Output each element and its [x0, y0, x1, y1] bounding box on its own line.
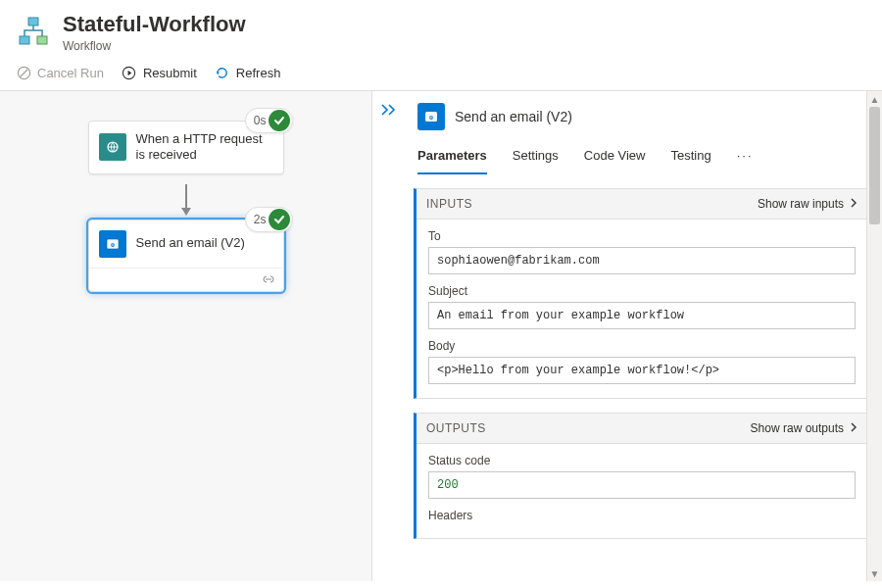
- to-value[interactable]: sophiaowen@fabrikam.com: [428, 247, 856, 274]
- detail-panel: o Send an email (V2) Parameters Settings…: [372, 91, 882, 581]
- outputs-section: OUTPUTS Show raw outputs Status code 200…: [414, 413, 868, 539]
- panel-scrollbar[interactable]: ▲ ▼: [866, 91, 882, 581]
- headers-label: Headers: [428, 509, 856, 522]
- page-title: Stateful-Workflow: [63, 12, 246, 37]
- link-icon: [262, 272, 275, 287]
- status-code-value[interactable]: 200: [428, 471, 856, 499]
- inputs-section: INPUTS Show raw inputs To sophiaowen@fab…: [414, 188, 868, 399]
- outlook-icon: o: [417, 103, 445, 130]
- svg-marker-7: [217, 72, 220, 74]
- outputs-heading: OUTPUTS: [426, 421, 486, 435]
- body-value[interactable]: <p>Hello from your example workflow!</p>: [428, 357, 856, 384]
- subject-value[interactable]: An email from your example workflow: [428, 302, 856, 329]
- scroll-track[interactable]: [867, 107, 882, 565]
- connector-arrow: [185, 184, 187, 214]
- tab-testing[interactable]: Testing: [670, 144, 710, 174]
- collapse-panel-button[interactable]: [372, 91, 406, 581]
- action-bar: Cancel Run Resubmit Refresh: [0, 59, 882, 91]
- action-duration: 2s: [254, 213, 267, 226]
- resubmit-label: Resubmit: [143, 66, 197, 80]
- status-code-label: Status code: [428, 454, 856, 467]
- svg-rect-0: [28, 18, 38, 25]
- action-label: Send an email (V2): [136, 235, 245, 251]
- detail-tabs: Parameters Settings Code View Testing ··…: [414, 144, 868, 174]
- to-label: To: [428, 229, 856, 243]
- action-status-chip: 2s: [245, 207, 293, 232]
- tab-more[interactable]: ···: [737, 144, 754, 174]
- detail-title: Send an email (V2): [455, 109, 572, 124]
- svg-rect-2: [37, 36, 47, 44]
- refresh-label: Refresh: [236, 66, 281, 80]
- send-email-node[interactable]: 2s o Send an email (V2): [88, 220, 284, 292]
- show-raw-inputs-link[interactable]: Show raw inputs: [758, 197, 858, 211]
- show-raw-inputs-label: Show raw inputs: [758, 197, 844, 211]
- resubmit-button[interactable]: Resubmit: [122, 65, 197, 80]
- refresh-icon: [215, 65, 230, 80]
- trigger-node[interactable]: 0s When a HTTP request is received: [88, 121, 284, 174]
- trigger-label: When a HTTP request is received: [136, 131, 273, 164]
- page-header: Stateful-Workflow Workflow: [0, 0, 882, 59]
- tab-code-view[interactable]: Code View: [584, 144, 646, 174]
- svg-text:o: o: [429, 113, 433, 122]
- chevron-right-icon: [850, 197, 858, 211]
- cancel-icon: [16, 65, 31, 80]
- scroll-thumb[interactable]: [869, 107, 880, 224]
- trigger-duration: 0s: [254, 114, 267, 127]
- svg-marker-6: [128, 70, 132, 75]
- tab-settings[interactable]: Settings: [513, 144, 559, 174]
- page-subtitle: Workflow: [63, 39, 246, 53]
- refresh-button[interactable]: Refresh: [215, 65, 281, 80]
- cancel-run-button: Cancel Run: [16, 65, 104, 80]
- cancel-run-label: Cancel Run: [37, 66, 104, 80]
- show-raw-outputs-link[interactable]: Show raw outputs: [751, 421, 858, 435]
- trigger-status-chip: 0s: [245, 108, 293, 133]
- svg-rect-1: [20, 36, 29, 44]
- success-check-icon: [269, 209, 290, 230]
- inputs-heading: INPUTS: [426, 197, 472, 211]
- scroll-down-arrow[interactable]: ▼: [867, 565, 882, 581]
- resubmit-icon: [122, 65, 137, 80]
- workflow-canvas[interactable]: 0s When a HTTP request is received 2s: [0, 91, 372, 581]
- logicapp-icon: [16, 16, 51, 51]
- svg-line-4: [20, 69, 27, 76]
- show-raw-outputs-label: Show raw outputs: [751, 421, 844, 435]
- chevron-right-icon: [850, 421, 858, 435]
- body-label: Body: [428, 339, 856, 353]
- scroll-up-arrow[interactable]: ▲: [867, 91, 882, 107]
- success-check-icon: [269, 110, 290, 131]
- outlook-icon: o: [99, 230, 126, 258]
- svg-text:o: o: [111, 240, 115, 249]
- main-split: 0s When a HTTP request is received 2s: [0, 91, 882, 581]
- http-request-icon: [99, 133, 126, 161]
- subject-label: Subject: [428, 284, 856, 298]
- tab-parameters[interactable]: Parameters: [417, 144, 487, 174]
